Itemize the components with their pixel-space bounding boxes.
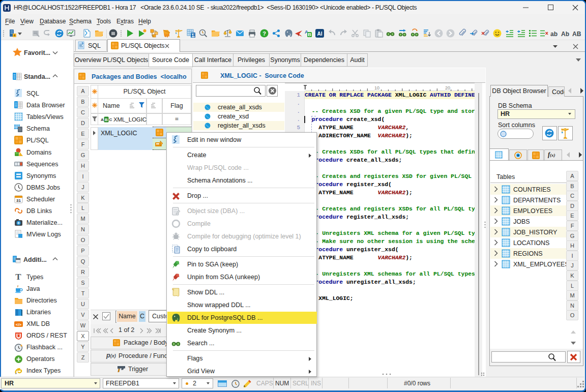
svg-text:31: 31 xyxy=(16,198,21,203)
svg-text:?: ? xyxy=(262,31,266,37)
svg-text:A: A xyxy=(101,117,104,122)
svg-text:10: 10 xyxy=(374,85,379,91)
svg-text:B: B xyxy=(308,32,311,37)
svg-text:C: C xyxy=(109,117,112,122)
svg-text:B: B xyxy=(105,117,108,122)
svg-text:</>: </> xyxy=(16,322,22,327)
svg-text:20: 20 xyxy=(445,85,450,91)
svg-text:Σ: Σ xyxy=(191,33,194,38)
svg-text:AI: AI xyxy=(317,31,323,37)
